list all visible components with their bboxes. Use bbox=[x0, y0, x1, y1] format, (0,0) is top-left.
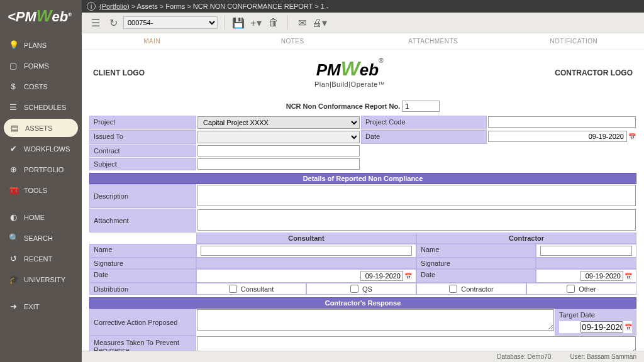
report-no-input[interactable] bbox=[402, 101, 440, 112]
nav-portfolio[interactable]: ⊕PORTFOLIO bbox=[0, 159, 82, 180]
consultant-name-input[interactable] bbox=[201, 246, 412, 256]
user-name: Bassam Samman bbox=[587, 353, 636, 360]
center-logo: PMWeb® Plan|Build|Operate™ bbox=[314, 57, 385, 88]
consultant-date-input[interactable] bbox=[360, 271, 403, 281]
nav-costs[interactable]: $COSTS bbox=[0, 76, 82, 97]
mail-icon[interactable]: ✉ bbox=[294, 15, 309, 30]
lightbulb-icon: 💡 bbox=[9, 40, 18, 50]
target-date-input[interactable] bbox=[580, 321, 623, 333]
nav-tools[interactable]: 🧰TOOLS bbox=[0, 180, 82, 200]
assets-icon: ▤ bbox=[10, 123, 19, 133]
outline-icon[interactable]: ☰ bbox=[88, 15, 103, 30]
distribution-label: Distribution bbox=[89, 283, 196, 295]
graduation-icon: 🎓 bbox=[9, 275, 18, 284]
tab-notes[interactable]: NOTES bbox=[223, 33, 364, 49]
section-details: Details of Reported Non Compliance bbox=[89, 173, 636, 184]
avatar-icon: ◐ bbox=[9, 212, 18, 222]
check-icon: ✔ bbox=[9, 144, 18, 153]
issued-to-select[interactable] bbox=[197, 131, 360, 143]
sign-date-label: Date bbox=[89, 269, 196, 283]
issued-to-label: Issued To bbox=[89, 130, 196, 144]
add-icon[interactable]: +▾ bbox=[248, 15, 264, 30]
calendar-icon[interactable]: 📅 bbox=[404, 273, 412, 280]
client-logo-label: CLIENT LOGO bbox=[93, 69, 145, 77]
form-area: CLIENT LOGO PMWeb® Plan|Build|Operate™ C… bbox=[82, 50, 644, 362]
dist-contractor-check[interactable] bbox=[449, 285, 457, 293]
subject-label: Subject bbox=[89, 158, 196, 170]
dist-consultant-check[interactable] bbox=[229, 285, 237, 293]
nav-search[interactable]: 🔍SEARCH bbox=[0, 228, 82, 248]
nav-university[interactable]: 🎓UNIVERSITY bbox=[0, 269, 82, 290]
nav-home[interactable]: ◐HOME bbox=[0, 207, 82, 228]
sidebar: <PMWeb® 💡PLANS ▢FORMS $COSTS ☰SCHEDULES … bbox=[0, 0, 82, 362]
project-label: Project bbox=[89, 116, 196, 129]
exit-icon: ➜ bbox=[9, 302, 18, 311]
app-logo: <PMWeb® bbox=[0, 0, 82, 35]
contractor-header: Contractor bbox=[416, 233, 636, 244]
consultant-header: Consultant bbox=[196, 233, 416, 244]
description-input[interactable] bbox=[197, 185, 636, 206]
nav-primary: 💡PLANS ▢FORMS $COSTS ☰SCHEDULES ▤ASSETS … bbox=[0, 35, 82, 200]
nav-workflows[interactable]: ✔WORKFLOWS bbox=[0, 138, 82, 159]
nav-secondary: ◐HOME 🔍SEARCH ↺RECENT 🎓UNIVERSITY bbox=[0, 207, 82, 290]
contractor-name-input[interactable] bbox=[540, 246, 632, 256]
main-panel: i (Portfolio) > Assets > Forms > NCR NON… bbox=[82, 0, 644, 362]
attachment-label: Attachment bbox=[89, 209, 196, 233]
nav-assets[interactable]: ▤ASSETS bbox=[4, 119, 78, 137]
contract-label: Contract bbox=[89, 145, 196, 157]
date-label: Date bbox=[361, 130, 487, 144]
date-input[interactable] bbox=[488, 131, 627, 142]
nav-plans[interactable]: 💡PLANS bbox=[0, 35, 82, 55]
contractor-date-input[interactable] bbox=[580, 271, 623, 281]
calendar-icon[interactable]: 📅 bbox=[625, 324, 632, 331]
tab-attachments[interactable]: ATTACHMENTS bbox=[363, 33, 504, 49]
globe-icon: ⊕ bbox=[9, 165, 18, 174]
nav-recent[interactable]: ↺RECENT bbox=[0, 248, 82, 269]
database-name: Demo70 bbox=[528, 353, 552, 360]
record-selector[interactable]: 000754- bbox=[123, 16, 218, 29]
status-bar: Database: Demo70 User: Bassam Samman bbox=[82, 351, 644, 362]
dist-other-check[interactable] bbox=[567, 285, 575, 293]
subject-input[interactable] bbox=[197, 158, 360, 170]
calendar-icon[interactable]: 📅 bbox=[628, 133, 636, 140]
history-icon: ↺ bbox=[9, 254, 18, 263]
corrective-label: Corrective Action Proposed bbox=[89, 309, 196, 336]
signature-label-2: Signature bbox=[416, 258, 536, 269]
contractor-logo-label: CONTRACTOR LOGO bbox=[555, 69, 633, 77]
name-label: Name bbox=[89, 244, 196, 258]
info-icon[interactable]: i bbox=[87, 2, 96, 11]
attachment-input[interactable] bbox=[197, 209, 636, 231]
nav-schedules[interactable]: ☰SCHEDULES bbox=[0, 97, 82, 118]
signature-label: Signature bbox=[89, 258, 196, 269]
form-icon: ▢ bbox=[9, 61, 18, 70]
project-code-input[interactable] bbox=[488, 116, 636, 128]
nav-exit[interactable]: ➜EXIT bbox=[0, 296, 82, 317]
breadcrumb-path: > Assets > Forms > NCR NON CONFORMANCE R… bbox=[130, 3, 329, 10]
list-icon: ☰ bbox=[9, 102, 18, 112]
breadcrumb-portfolio[interactable]: (Portfolio) bbox=[99, 3, 130, 10]
tabs: MAIN NOTES ATTACHMENTS NOTIFICATION bbox=[82, 33, 644, 50]
toolbox-icon: 🧰 bbox=[9, 185, 18, 195]
save-icon[interactable]: 💾 bbox=[231, 15, 246, 30]
project-code-label: Project Code bbox=[361, 116, 487, 129]
logo-eb: eb bbox=[52, 9, 68, 25]
delete-icon[interactable]: 🗑 bbox=[266, 15, 281, 30]
toolbar: ☰ ↻ 000754- 💾 +▾ 🗑 ✉ 🖨▾ bbox=[82, 13, 644, 33]
description-label: Description bbox=[89, 184, 196, 208]
dollar-icon: $ bbox=[9, 82, 18, 91]
refresh-icon[interactable]: ↻ bbox=[106, 15, 121, 30]
tab-main[interactable]: MAIN bbox=[82, 33, 223, 49]
print-icon[interactable]: 🖨▾ bbox=[312, 15, 327, 30]
calendar-icon[interactable]: 📅 bbox=[625, 273, 632, 280]
name-label-2: Name bbox=[416, 244, 536, 258]
form-title: NCR Non Conformance Report No. bbox=[89, 90, 636, 116]
logo-pm: PM bbox=[16, 9, 36, 25]
dist-qs-check[interactable] bbox=[350, 285, 358, 293]
corrective-input[interactable] bbox=[197, 309, 554, 331]
project-select[interactable]: Capital Project XXXX bbox=[197, 116, 360, 129]
contract-input[interactable] bbox=[197, 145, 360, 156]
tab-notification[interactable]: NOTIFICATION bbox=[504, 33, 645, 49]
nav-forms[interactable]: ▢FORMS bbox=[0, 55, 82, 76]
sign-date-label-2: Date bbox=[416, 269, 536, 283]
tagline: Plan|Build|Operate™ bbox=[314, 80, 385, 88]
